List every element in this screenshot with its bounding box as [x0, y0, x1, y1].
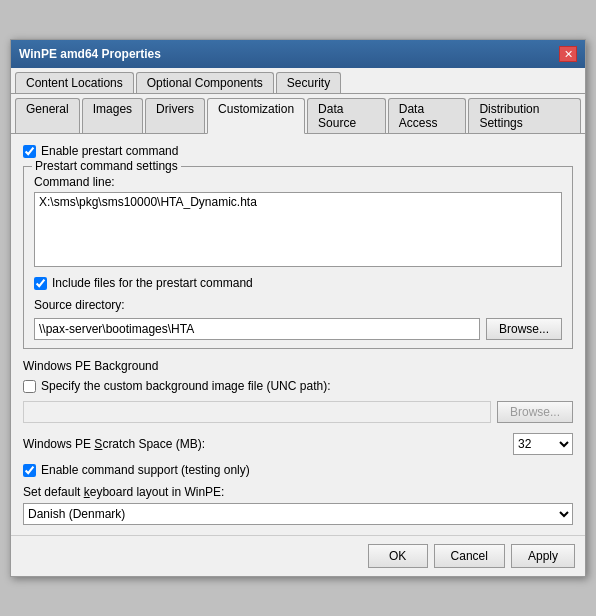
tab-content: Enable prestart command Prestart command…	[11, 134, 585, 535]
command-support-label[interactable]: Enable command support (testing only)	[41, 463, 250, 477]
footer: OK Cancel Apply	[11, 535, 585, 576]
specify-bg-checkbox[interactable]	[23, 380, 36, 393]
enable-prestart-label[interactable]: Enable prestart command	[41, 144, 178, 158]
tab-drivers[interactable]: Drivers	[145, 98, 205, 133]
title-bar: WinPE amd64 Properties ✕	[11, 40, 585, 68]
tab-optional-components[interactable]: Optional Components	[136, 72, 274, 93]
tab-row-2: General Images Drivers Customization Dat…	[11, 94, 585, 134]
source-dir-input[interactable]	[34, 318, 480, 340]
tab-customization[interactable]: Customization	[207, 98, 305, 134]
tab-images[interactable]: Images	[82, 98, 143, 133]
apply-button[interactable]: Apply	[511, 544, 575, 568]
bg-path-row: Browse...	[23, 401, 573, 423]
keyboard-label: Set default keyboard layout in WinPE:	[23, 485, 573, 499]
include-files-label[interactable]: Include files for the prestart command	[52, 276, 253, 290]
tab-general[interactable]: General	[15, 98, 80, 133]
cmd-label: Command line:	[34, 175, 562, 189]
source-dir-browse-button[interactable]: Browse...	[486, 318, 562, 340]
keyboard-layout-select[interactable]: Danish (Denmark) English (United States)…	[23, 503, 573, 525]
tab-data-source[interactable]: Data Source	[307, 98, 386, 133]
enable-prestart-checkbox[interactable]	[23, 145, 36, 158]
source-dir-row: Browse...	[34, 318, 562, 340]
prestart-group-label: Prestart command settings	[32, 159, 181, 173]
bg-browse-button: Browse...	[497, 401, 573, 423]
windows-pe-background-group: Windows PE Background Specify the custom…	[23, 359, 573, 423]
cancel-button[interactable]: Cancel	[434, 544, 505, 568]
bg-section-title: Windows PE Background	[23, 359, 573, 373]
window-title: WinPE amd64 Properties	[19, 47, 161, 61]
command-support-row: Enable command support (testing only)	[23, 463, 573, 477]
specify-bg-label[interactable]: Specify the custom background image file…	[41, 379, 330, 393]
keyboard-layout-section: Set default keyboard layout in WinPE: Da…	[23, 485, 573, 525]
close-button[interactable]: ✕	[559, 46, 577, 62]
enable-prestart-row: Enable prestart command	[23, 144, 573, 158]
command-support-checkbox[interactable]	[23, 464, 36, 477]
scratch-label: Windows PE Scratch Space (MB):	[23, 437, 513, 451]
tab-distribution-settings[interactable]: Distribution Settings	[468, 98, 581, 133]
tab-row-1: Content Locations Optional Components Se…	[11, 68, 585, 94]
tab-content-locations[interactable]: Content Locations	[15, 72, 134, 93]
main-window: WinPE amd64 Properties ✕ Content Locatio…	[10, 39, 586, 577]
command-line-input[interactable]	[34, 192, 562, 267]
source-dir-label: Source directory:	[34, 298, 562, 312]
ok-button[interactable]: OK	[368, 544, 428, 568]
specify-bg-row: Specify the custom background image file…	[23, 379, 573, 393]
tab-data-access[interactable]: Data Access	[388, 98, 467, 133]
bg-path-input	[23, 401, 491, 423]
scratch-space-row: Windows PE Scratch Space (MB): 32 64 128…	[23, 433, 573, 455]
include-files-checkbox[interactable]	[34, 277, 47, 290]
prestart-group: Prestart command settings Command line: …	[23, 166, 573, 349]
scratch-space-select[interactable]: 32 64 128 256 512	[513, 433, 573, 455]
tab-security[interactable]: Security	[276, 72, 341, 93]
